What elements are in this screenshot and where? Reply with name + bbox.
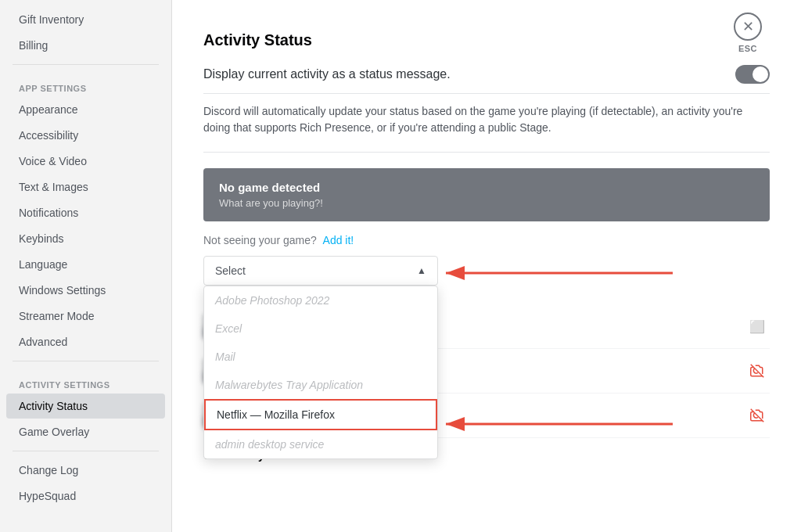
sidebar-item-streamer-mode[interactable]: Streamer Mode	[6, 304, 165, 329]
dropdown-placeholder: Select	[215, 264, 246, 277]
no-game-title: No game detected	[219, 181, 754, 194]
sidebar-divider-1	[13, 64, 159, 65]
app-row-3-icons	[745, 403, 770, 428]
camera-off-icon-1[interactable]	[745, 358, 770, 383]
app-select-dropdown[interactable]: Select ▲ Adobe Photoshop 2022 Excel Mail…	[203, 256, 438, 286]
sidebar-item-accessibility[interactable]: Accessibility	[6, 123, 165, 148]
sidebar-divider-3	[13, 451, 159, 451]
app-row-1-icons: ⬜	[745, 314, 770, 339]
sidebar-item-voice-video[interactable]: Voice & Video	[6, 149, 165, 174]
sidebar-item-language[interactable]: Language	[6, 252, 165, 277]
sidebar-item-hypesquad[interactable]: HypeSquad	[6, 483, 165, 509]
dropdown-menu: Adobe Photoshop 2022 Excel Mail Malwareb…	[203, 286, 438, 459]
sidebar-item-change-log[interactable]: Change Log	[6, 458, 165, 483]
activity-toggle-row: Display current activity as a status mes…	[203, 65, 770, 94]
not-seeing-label: Not seeing your game?	[203, 234, 317, 246]
sidebar-item-gift-inventory[interactable]: Gift Inventory	[6, 7, 165, 32]
activity-settings-section-label: ACTIVITY SETTINGS	[6, 368, 165, 393]
no-game-box: No game detected What are you playing?!	[203, 168, 770, 221]
not-seeing-text: Not seeing your game? Add it!	[203, 234, 770, 246]
sidebar-item-keybinds[interactable]: Keybinds	[6, 226, 165, 251]
sidebar-item-billing[interactable]: Billing	[6, 33, 165, 58]
dropdown-item-mail[interactable]: Mail	[204, 343, 437, 371]
app-row-2-icons	[745, 358, 770, 383]
page-title: Activity Status	[203, 31, 770, 49]
monitor-icon[interactable]: ⬜	[745, 314, 770, 339]
toggle-knob	[753, 66, 768, 82]
svg-line-5	[751, 409, 764, 422]
chevron-up-icon: ▲	[417, 265, 426, 276]
dropdown-item-tray-app[interactable]: Malwarebytes Tray Application	[204, 371, 437, 399]
sidebar-divider-2	[13, 361, 159, 361]
activity-toggle[interactable]	[735, 65, 770, 84]
sidebar-item-windows-settings[interactable]: Windows Settings	[6, 278, 165, 303]
sidebar: Gift Inventory Billing APP SETTINGS Appe…	[0, 0, 172, 532]
sidebar-item-advanced[interactable]: Advanced	[6, 329, 165, 354]
sidebar-item-activity-status[interactable]: Activity Status	[6, 394, 165, 419]
dropdown-select-trigger[interactable]: Select ▲	[203, 256, 438, 286]
main-content: ✕ ESC Activity Status Display current ac…	[172, 0, 801, 532]
add-it-link[interactable]: Add it!	[323, 234, 354, 246]
close-label: ESC	[738, 44, 757, 53]
sidebar-item-notifications[interactable]: Notifications	[6, 200, 165, 225]
camera-off-icon-2[interactable]	[745, 403, 770, 428]
svg-line-4	[751, 365, 764, 378]
close-button[interactable]: ✕ ESC	[734, 13, 762, 53]
close-icon[interactable]: ✕	[734, 13, 762, 41]
app-settings-section-label: APP SETTINGS	[6, 71, 165, 96]
dropdown-item-admin-service[interactable]: admin desktop service	[204, 430, 437, 458]
sidebar-item-text-images[interactable]: Text & Images	[6, 174, 165, 200]
arrow-to-dropdown	[438, 257, 688, 289]
dropdown-item-netflix-firefox[interactable]: Netflix — Mozilla Firefox	[204, 399, 437, 430]
activity-description: Discord will automatically update your s…	[203, 103, 770, 153]
dropdown-item-excel[interactable]: Excel	[204, 315, 437, 343]
sidebar-item-game-overlay[interactable]: Game Overlay	[6, 419, 165, 444]
sidebar-item-appearance[interactable]: Appearance	[6, 97, 165, 122]
no-game-subtitle: What are you playing?!	[219, 197, 754, 209]
dropdown-item-photoshop[interactable]: Adobe Photoshop 2022	[204, 286, 437, 315]
toggle-label: Display current activity as a status mes…	[203, 67, 451, 81]
